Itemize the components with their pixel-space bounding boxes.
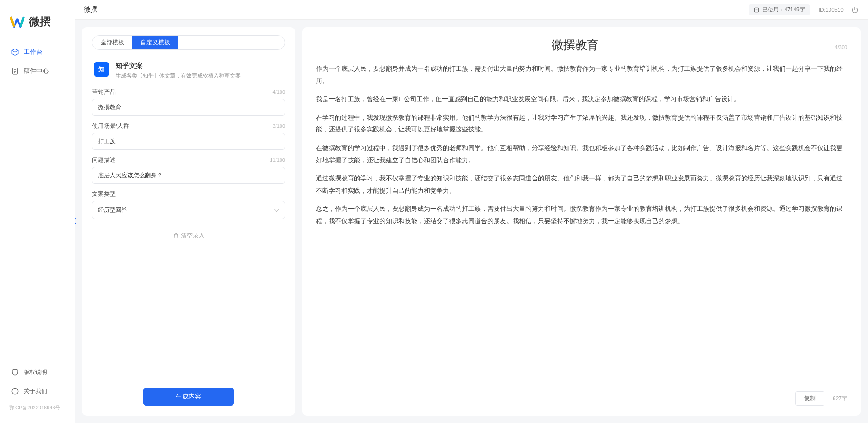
power-icon[interactable] — [851, 6, 859, 14]
output-paragraph: 作为一个底层人民，要想翻身并成为一名成功的打工族，需要付出大量的努力和时间。微撰… — [316, 63, 847, 87]
output-title-counter: 4/300 — [834, 44, 847, 50]
output-panel: 微撰教育 4/300 作为一个底层人民，要想翻身并成为一名成功的打工族，需要付出… — [302, 27, 861, 416]
counter-problem: 11/100 — [270, 157, 285, 163]
input-product[interactable] — [92, 99, 285, 116]
sidebar-bottom: 版权说明 关于我们 — [0, 364, 75, 402]
nav-label: 工作台 — [24, 48, 43, 56]
nav-workspace[interactable]: 工作台 — [5, 44, 70, 61]
topbar: 微撰 已使用： 47149字 ID:100519 — [75, 0, 868, 20]
usage-prefix: 已使用： — [762, 6, 784, 14]
input-problem[interactable] — [92, 167, 285, 184]
label-type: 文案类型 — [92, 190, 116, 198]
label-product: 营销产品 — [92, 88, 116, 96]
counter-product: 4/100 — [272, 89, 285, 95]
label-problem: 问题描述 — [92, 156, 116, 164]
trash-icon — [173, 233, 179, 239]
output-char-count: 627字 — [833, 395, 847, 403]
clear-button[interactable]: 清空录入 — [92, 225, 285, 246]
cube-icon — [11, 48, 19, 56]
form-panel: 全部模板 自定义模板 知 知乎文案 生成各类【知乎】体文章，有效完成软植入种草文… — [82, 27, 295, 416]
usage-value: 47149字 — [784, 6, 805, 14]
sidebar-collapse-handle[interactable] — [75, 217, 78, 226]
generate-button[interactable]: 生成内容 — [143, 388, 234, 406]
template-card: 知 知乎文案 生成各类【知乎】体文章，有效完成软植入种草文案 — [92, 57, 285, 88]
output-paragraph: 总之，作为一个底层人民，要想翻身成为一名成功的打工族，需要付出大量的努力和时间。… — [316, 203, 847, 227]
tab-custom-templates[interactable]: 自定义模板 — [132, 36, 178, 49]
input-scene[interactable] — [92, 133, 285, 150]
nav-drafts[interactable]: 稿件中心 — [5, 63, 70, 80]
brand-name: 微撰 — [29, 15, 51, 29]
output-paragraph: 通过微撰教育的学习，我不仅掌握了专业的知识和技能，还结交了很多志同道合的朋友。他… — [316, 172, 847, 196]
main-nav: 工作台 稿件中心 — [0, 44, 75, 364]
output-paragraph: 在微撰教育的学习过程中，我遇到了很多优秀的老师和同学。他们互相帮助，分享经验和知… — [316, 142, 847, 166]
copy-button[interactable]: 复制 — [795, 391, 824, 406]
logo-icon — [9, 14, 25, 30]
doc-icon — [11, 67, 19, 75]
output-paragraph: 在学习的过程中，我发现微撰教育的课程非常实用。他们的教学方法很有趣，让我对学习产… — [316, 112, 847, 136]
template-icon: 知 — [94, 62, 109, 77]
page-title: 微撰 — [84, 5, 749, 14]
nav-label: 稿件中心 — [24, 67, 49, 75]
brand-logo: 微撰 — [0, 9, 75, 44]
output-title: 微撰教育 — [316, 37, 834, 53]
label-scene: 使用场景/人群 — [92, 122, 129, 130]
template-tabs: 全部模板 自定义模板 — [92, 35, 285, 50]
tab-all-templates[interactable]: 全部模板 — [92, 36, 132, 49]
nav-label: 版权说明 — [24, 368, 47, 376]
sidebar: 微撰 工作台 稿件中心 版权说明 关于我们 鄂ICP备2022016946号 — [0, 0, 75, 423]
output-paragraph: 我是一名打工族，曾经在一家IT公司工作，但一直感到自己的能力和职业发展空间有限。… — [316, 93, 847, 105]
template-desc: 生成各类【知乎】体文章，有效完成软植入种草文案 — [116, 72, 241, 80]
info-icon — [11, 387, 19, 395]
nav-label: 关于我们 — [24, 387, 47, 395]
usage-badge[interactable]: 已使用： 47149字 — [749, 4, 809, 15]
counter-scene: 3/100 — [272, 123, 285, 129]
user-id: ID:100519 — [819, 7, 844, 13]
template-title: 知乎文案 — [116, 62, 241, 70]
shield-icon — [11, 368, 19, 376]
nav-copyright[interactable]: 版权说明 — [5, 364, 70, 381]
select-type[interactable]: 经历型回答 — [92, 201, 285, 219]
icp-text: 鄂ICP备2022016946号 — [0, 402, 75, 414]
nav-about[interactable]: 关于我们 — [5, 383, 70, 400]
output-body: 作为一个底层人民，要想翻身并成为一名成功的打工族，需要付出大量的努力和时间。微撰… — [316, 63, 847, 387]
usage-icon — [753, 7, 760, 13]
